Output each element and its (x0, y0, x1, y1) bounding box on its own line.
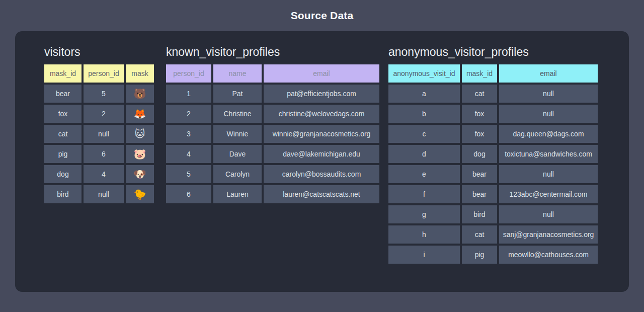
table-cell: fox (462, 125, 497, 143)
table-cell: pat@efficientjobs.com (264, 85, 379, 103)
table-title-known-visitor-profiles: known_visitor_profiles (166, 44, 379, 59)
table-cell: null (499, 105, 598, 123)
table-grid-known: person_id name email 1 Pat pat@efficient… (166, 64, 379, 203)
table-cell: 123abc@centermail.com (499, 185, 598, 203)
table-cell: bear (462, 185, 497, 203)
table-cell: Dave (213, 145, 262, 163)
source-data-panel: visitors mask_id person_id mask bear 5 🐻… (15, 31, 629, 292)
table-cell: Carolyn (213, 165, 262, 183)
column-header-mask: mask (126, 64, 154, 83)
table-cell: bird (462, 205, 497, 223)
table-cell: pig (44, 145, 82, 163)
column-header-mask-id: mask_id (44, 64, 82, 83)
table-known-visitor-profiles: known_visitor_profiles person_id name em… (166, 44, 379, 203)
table-cell: 1 (166, 85, 211, 103)
column-header-name: name (213, 64, 262, 83)
table-cell: fox (44, 105, 82, 123)
table-cell: null (499, 165, 598, 183)
pig-emoji-cell: 🐷 (126, 145, 154, 163)
column-header-email: email (264, 64, 379, 83)
table-cell: cat (462, 225, 497, 244)
table-cell: meowllo@cathouses.com (499, 246, 598, 264)
table-cell: 6 (166, 185, 211, 203)
table-cell: sanj@granjanacosmetics.org (499, 225, 598, 244)
table-cell: bear (462, 165, 497, 183)
column-header-email: email (499, 64, 598, 83)
table-cell: 5 (84, 85, 124, 103)
table-cell: 5 (166, 165, 211, 183)
table-cell: Winnie (213, 125, 262, 143)
table-cell: cat (462, 85, 497, 103)
table-cell: null (499, 205, 598, 223)
table-cell: 4 (166, 145, 211, 163)
table-cell: a (388, 85, 460, 103)
table-cell: c (388, 125, 460, 143)
page-title: Source Data (0, 0, 644, 31)
table-cell: 2 (166, 105, 211, 123)
table-cell: christine@welovedags.com (264, 105, 379, 123)
table-cell: 4 (84, 165, 124, 183)
table-cell: i (388, 246, 460, 264)
cat-emoji-cell: 🐱 (126, 125, 154, 143)
table-cell: g (388, 205, 460, 223)
table-cell: null (84, 125, 124, 143)
table-cell: e (388, 165, 460, 183)
table-cell: Pat (213, 85, 262, 103)
bird-emoji-cell: 🐤 (126, 185, 154, 203)
column-header-mask-id: mask_id (462, 64, 497, 83)
column-header-person-id: person_id (84, 64, 124, 83)
table-cell: dave@lakemichigan.edu (264, 145, 379, 163)
bear-emoji-cell: 🐻 (126, 85, 154, 103)
table-cell: bear (44, 85, 82, 103)
table-grid-visitors: mask_id person_id mask bear 5 🐻 fox 2 🦊 … (44, 64, 154, 203)
table-cell: winnie@granjanacosmetics.org (264, 125, 379, 143)
table-cell: dog (462, 145, 497, 163)
table-cell: 3 (166, 125, 211, 143)
table-grid-anonymous: anonymous_visit_id mask_id email a cat n… (388, 64, 598, 264)
table-cell: Lauren (213, 185, 262, 203)
table-cell: lauren@catscatscats.net (264, 185, 379, 203)
fox-emoji-cell: 🦊 (126, 105, 154, 123)
dog-emoji-cell: 🐶 (126, 165, 154, 183)
table-title-anonymous-visitor-profiles: anonymous_visitor_profiles (388, 44, 598, 59)
table-anonymous-visitor-profiles: anonymous_visitor_profiles anonymous_vis… (388, 44, 598, 264)
column-header-person-id: person_id (166, 64, 211, 83)
table-cell: b (388, 105, 460, 123)
table-cell: 6 (84, 145, 124, 163)
table-cell: 2 (84, 105, 124, 123)
table-cell: pig (462, 246, 497, 264)
table-cell: f (388, 185, 460, 203)
table-cell: Christine (213, 105, 262, 123)
table-cell: h (388, 225, 460, 244)
table-visitors: visitors mask_id person_id mask bear 5 🐻… (44, 44, 154, 203)
table-cell: null (499, 85, 598, 103)
table-cell: bird (44, 185, 82, 203)
table-cell: null (84, 185, 124, 203)
table-cell: cat (44, 125, 82, 143)
table-cell: dog (44, 165, 82, 183)
table-cell: toxictuna@sandwiches.com (499, 145, 598, 163)
column-header-anonymous-visit-id: anonymous_visit_id (388, 64, 460, 83)
table-cell: carolyn@bossaudits.com (264, 165, 379, 183)
table-title-visitors: visitors (44, 44, 154, 59)
table-cell: dag.queen@dags.com (499, 125, 598, 143)
table-cell: fox (462, 105, 497, 123)
table-cell: d (388, 145, 460, 163)
